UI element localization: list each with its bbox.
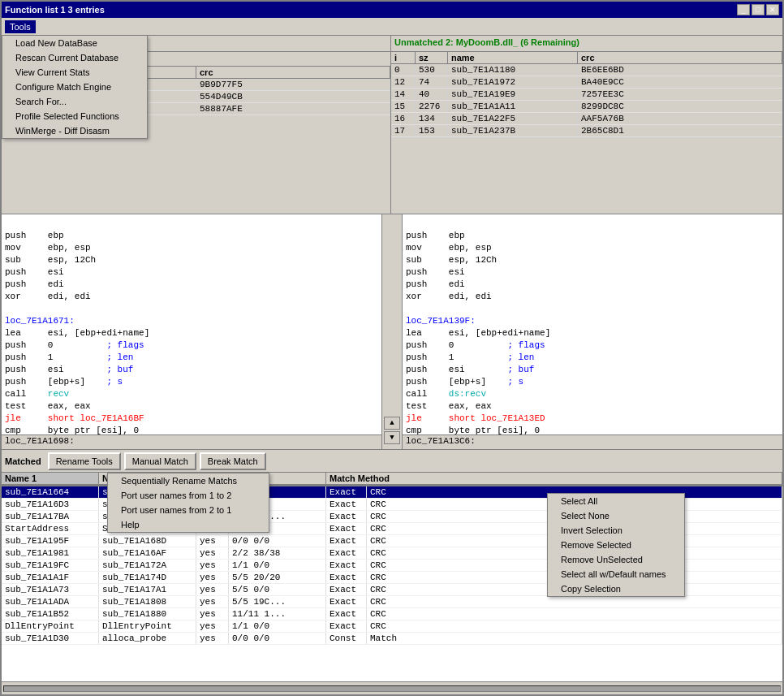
right-top-panel: Unmatched 2: MyDoomB.dll_ (6 Remaining) …	[391, 36, 782, 214]
configure-match-engine-item[interactable]: Configure Match Engine	[2, 80, 147, 94]
manual-match-button[interactable]: Manual Match	[124, 452, 196, 470]
right-table: i sz name crc 0 530 sub_7E1A1180 BE6EE6B…	[391, 52, 782, 214]
help-item[interactable]: Help	[108, 517, 269, 532]
right-col-i: i	[391, 52, 416, 63]
right-table-body: 0 530 sub_7E1A1180 BE6EE6BD 12 74 sub_7E…	[391, 64, 782, 214]
window-title: Function list 1 3 entries	[5, 5, 105, 15]
left-asm-footer: loc_7E1A1698:	[2, 434, 381, 449]
close-button[interactable]: ✕	[766, 4, 779, 15]
right-panel-header: Unmatched 2: MyDoomB.dll_ (6 Remaining)	[391, 36, 782, 52]
table-row[interactable]: 14 40 sub_7E1A19E9 7257EE3C	[391, 89, 782, 101]
matched-label: Matched	[5, 456, 41, 466]
left-asm-content[interactable]: push ebp mov ebp, esp sub esp, 12Ch push…	[2, 214, 381, 434]
select-all-default-item[interactable]: Select all w/Default names	[548, 567, 684, 581]
table-row[interactable]: 12 74 sub_7E1A1972 BA40E9CC	[391, 76, 782, 89]
invert-selection-item[interactable]: Invert Selection	[548, 523, 684, 538]
bottom-toolbar: Matched Rename Tools Manual Match Break …	[2, 450, 782, 473]
nav-up-button[interactable]: ▲	[384, 417, 400, 430]
table-row[interactable]: 16 134 sub_7E1A22F5 AAF5A76B	[391, 113, 782, 125]
main-window: Function list 1 3 entries _ □ ✕ Tools Lo…	[0, 0, 784, 696]
table-row[interactable]: sub_7E1A1ADA sub_7E1A1808 yes 5/5 19C...…	[2, 596, 782, 608]
profile-selected-functions-item[interactable]: Profile Selected Functions	[2, 109, 147, 123]
tools-menu[interactable]: Tools	[5, 20, 36, 33]
left-col-crc: crc	[196, 67, 390, 78]
nav-down-button[interactable]: ▼	[384, 431, 400, 444]
right-col-sz: sz	[416, 52, 448, 63]
title-bar-buttons: _ □ ✕	[737, 4, 779, 15]
select-all-item[interactable]: Select All	[548, 494, 684, 508]
remove-unselected-item[interactable]: Remove UnSelected	[548, 552, 684, 567]
scrollbar-track[interactable]	[3, 685, 781, 692]
table-row[interactable]: 17 153 sub_7E1A237B 2B65C8D1	[391, 125, 782, 137]
right-asm-content[interactable]: push ebp mov ebp, esp sub esp, 12Ch push…	[403, 214, 782, 434]
rescan-current-database-item[interactable]: Rescan Current Database	[2, 50, 147, 65]
nav-buttons: ▲ ▼	[382, 214, 403, 449]
port-1to2-item[interactable]: Port user names from 1 to 2	[108, 488, 269, 503]
break-match-button[interactable]: Break Match	[200, 452, 266, 470]
seq-rename-item[interactable]: Sequentially Rename Matchs	[108, 473, 269, 488]
right-table-header: i sz name crc	[391, 52, 782, 64]
maximize-button[interactable]: □	[752, 4, 765, 15]
load-new-database-item[interactable]: Load New DataBase	[2, 36, 147, 50]
table-row[interactable]: 0 530 sub_7E1A1180 BE6EE6BD	[391, 64, 782, 76]
asm-section: push ebp mov ebp, esp sub esp, 12Ch push…	[2, 214, 782, 450]
col-name1-header[interactable]: Name 1	[2, 473, 99, 486]
remove-selected-item[interactable]: Remove Selected	[548, 538, 684, 552]
right-col-crc: crc	[578, 52, 782, 63]
view-current-stats-item[interactable]: View Current Stats	[2, 65, 147, 80]
rename-tools-button[interactable]: Rename Tools	[48, 452, 121, 470]
right-asm-footer: loc_7E1A13C6:	[403, 434, 782, 449]
table-row[interactable]: DllEntryPoint DllEntryPoint yes 1/1 0/0 …	[2, 620, 782, 633]
copy-selection-item[interactable]: Copy Selection	[548, 581, 684, 596]
left-asm-panel: push ebp mov ebp, esp sub esp, 12Ch push…	[2, 214, 382, 449]
table-row[interactable]: sub_7E1A1B52 sub_7E1A1880 yes 11/11 1...…	[2, 608, 782, 620]
table-row[interactable]: sub_7E1A1D30 alloca_probe yes 0/0 0/0 Co…	[2, 633, 782, 645]
bottom-section: Matched Rename Tools Manual Match Break …	[2, 450, 782, 694]
context-menu: Select All Select None Invert Selection …	[547, 493, 685, 597]
right-col-name: name	[448, 52, 578, 63]
horizontal-scrollbar[interactable]	[2, 681, 782, 694]
table-row[interactable]: 15 2276 sub_7E1A1A11 8299DC8C	[391, 101, 782, 113]
rename-dropdown: Sequentially Rename Matchs Port user nam…	[107, 473, 269, 533]
title-bar: Function list 1 3 entries _ □ ✕	[2, 2, 782, 18]
tools-dropdown: Load New DataBase Rescan Current Databas…	[2, 36, 148, 139]
select-none-item[interactable]: Select None	[548, 508, 684, 523]
menu-bar: Tools Load New DataBase Rescan Current D…	[2, 18, 782, 36]
right-asm-panel: push ebp mov ebp, esp sub esp, 12Ch push…	[403, 214, 782, 449]
port-2to1-item[interactable]: Port user names from 2 to 1	[108, 503, 269, 517]
search-for-item[interactable]: Search For...	[2, 94, 147, 109]
col-method-header[interactable]: Match Method	[326, 473, 782, 486]
minimize-button[interactable]: _	[737, 4, 750, 15]
winmerge-diff-disasm-item[interactable]: WinMerge - Diff Disasm	[2, 123, 147, 138]
